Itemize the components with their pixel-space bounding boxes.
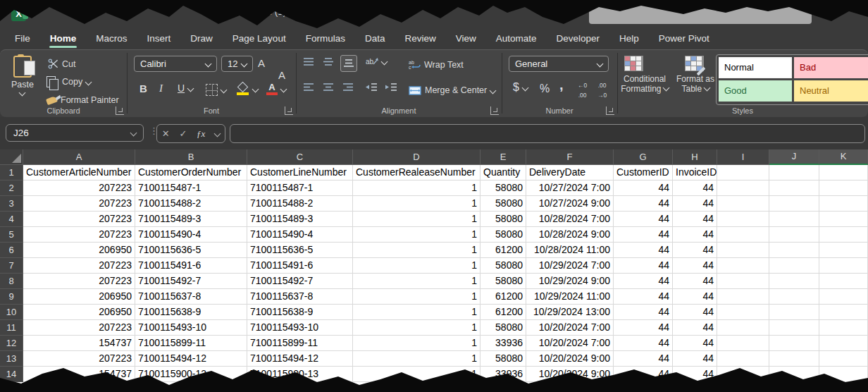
cell-E13[interactable]: 58080 [480,351,526,367]
cell-F3[interactable]: 10/27/2024 9:00 [526,196,614,212]
row-header-10[interactable]: 10 [0,305,23,320]
cell-J5[interactable] [769,227,819,243]
ribbon-tab-home[interactable]: Home [49,30,78,47]
format-as-table-button[interactable]: Format as Table [685,56,704,71]
cell-I14[interactable] [717,367,769,382]
cell-B7[interactable]: 7100115491-6 [135,258,247,274]
format-painter-button[interactable]: Format Painter [46,95,119,105]
cell-style-good[interactable]: Good [719,80,792,102]
cell-K12[interactable] [819,336,868,351]
cell-E6[interactable]: 61200 [480,243,526,258]
cell-I6[interactable] [717,243,769,258]
column-header-K[interactable]: K [819,149,868,165]
cell-B11[interactable]: 7100115493-10 [135,320,247,336]
cell-K10[interactable] [819,305,868,320]
cell-F5[interactable]: 10/28/2024 9:00 [526,227,614,243]
increase-indent-button[interactable] [385,83,397,92]
cell-K8[interactable] [819,274,868,289]
cell-E11[interactable]: 58080 [480,320,526,336]
cell-G5[interactable]: 44 [614,227,673,243]
cell-A3[interactable]: 207223 [23,196,135,212]
copy-button[interactable]: Copy [46,76,91,87]
cell-E3[interactable]: 58080 [480,196,526,212]
clipboard-dialog-launcher-icon[interactable] [116,106,124,115]
cell-C6[interactable]: 7100115636-5 [247,243,353,258]
merge-center-button[interactable]: Merge & Center [409,85,495,95]
cell-K3[interactable] [819,196,868,212]
cell-F10[interactable]: 10/29/2024 13:00 [526,305,614,320]
cell-C12[interactable]: 7100115899-11 [247,336,353,351]
formula-input[interactable] [230,124,865,143]
cell-A4[interactable]: 207223 [23,212,135,227]
cell-D2[interactable]: 1 [353,180,480,196]
cell-J14[interactable] [769,367,819,382]
column-header-G[interactable]: G [614,149,673,165]
cell-J8[interactable] [769,274,819,289]
wrap-text-button[interactable]: abc Wrap Text [409,60,464,70]
cell-B14[interactable]: 7100115900-13 [135,367,247,382]
cell-J3[interactable] [769,196,819,212]
cell-D5[interactable]: 1 [353,227,480,243]
cell-J4[interactable] [769,212,819,227]
cell-D13[interactable]: 1 [353,351,480,367]
cell-D1[interactable]: CustomerRealeaseNumber [353,165,480,180]
cell-E8[interactable]: 58080 [480,274,526,289]
fill-color-button[interactable] [237,82,258,95]
cell-H5[interactable]: 44 [673,227,717,243]
number-dialog-launcher-icon[interactable] [606,106,614,115]
cell-C8[interactable]: 7100115492-7 [247,274,353,289]
cell-I9[interactable] [717,289,769,305]
cell-I4[interactable] [717,212,769,227]
paste-button[interactable]: Paste [11,56,34,95]
ribbon-tab-page-layout[interactable]: Page Layout [232,30,287,47]
cell-I13[interactable] [717,351,769,367]
cell-G1[interactable]: CustomerID [614,165,673,180]
cell-B3[interactable]: 7100115488-2 [135,196,247,212]
column-header-A[interactable]: A [23,149,135,165]
cell-H6[interactable]: 44 [673,243,717,258]
cell-style-bad[interactable]: Bad [794,57,868,78]
cell-B13[interactable]: 7100115494-12 [135,351,247,367]
cell-A1[interactable]: CustomerArticleNumber [23,165,135,180]
cell-A13[interactable]: 207223 [23,351,135,367]
name-box[interactable]: J26 [6,124,144,142]
cell-E1[interactable]: Quantity [480,165,526,180]
cell-G13[interactable]: 44 [614,351,673,367]
cell-F14[interactable]: 10/20/2024 9:00 [526,367,614,382]
cell-B6[interactable]: 7100115636-5 [135,243,247,258]
cell-D14[interactable]: 1 [353,367,480,382]
conditional-formatting-button[interactable]: Conditional Formatting [624,56,643,71]
italic-button[interactable]: I [159,82,163,94]
cell-B1[interactable]: CustomerOrderNumber [135,165,247,180]
cell-D8[interactable]: 1 [353,274,480,289]
cell-E9[interactable]: 61200 [480,289,526,305]
cell-F2[interactable]: 10/27/2024 7:00 [526,180,614,196]
cell-D12[interactable]: 1 [353,336,480,351]
row-header-8[interactable]: 8 [0,274,23,289]
cell-style-normal[interactable]: Normal [719,57,792,78]
cell-G2[interactable]: 44 [614,180,673,196]
decrease-decimal-button[interactable]: .00 →0 [597,82,607,99]
cell-H11[interactable]: 44 [673,320,717,336]
align-top-button[interactable] [303,58,314,66]
cell-C2[interactable]: 7100115487-1 [247,180,353,196]
cell-F12[interactable]: 10/20/2024 7:00 [526,336,614,351]
percent-style-button[interactable]: % [540,82,550,95]
cell-C9[interactable]: 7100115637-8 [247,289,353,305]
ribbon-tab-draw[interactable]: Draw [190,30,213,47]
cell-E7[interactable]: 58080 [480,258,526,274]
cell-K5[interactable] [819,227,868,243]
cell-J9[interactable] [769,289,819,305]
cell-C10[interactable]: 7100115638-9 [247,305,353,320]
select-all-corner[interactable] [0,149,23,165]
ribbon-tab-insert[interactable]: Insert [147,30,172,47]
cell-I3[interactable] [717,196,769,212]
cell-C11[interactable]: 7100115493-10 [247,320,353,336]
cell-H9[interactable]: 44 [673,289,717,305]
cell-J6[interactable] [769,243,819,258]
cell-J10[interactable] [769,305,819,320]
orientation-button[interactable]: ab [366,56,387,66]
cell-A9[interactable]: 206950 [23,289,135,305]
cell-H14[interactable]: 44 [673,367,717,382]
align-middle-button[interactable] [323,58,334,66]
